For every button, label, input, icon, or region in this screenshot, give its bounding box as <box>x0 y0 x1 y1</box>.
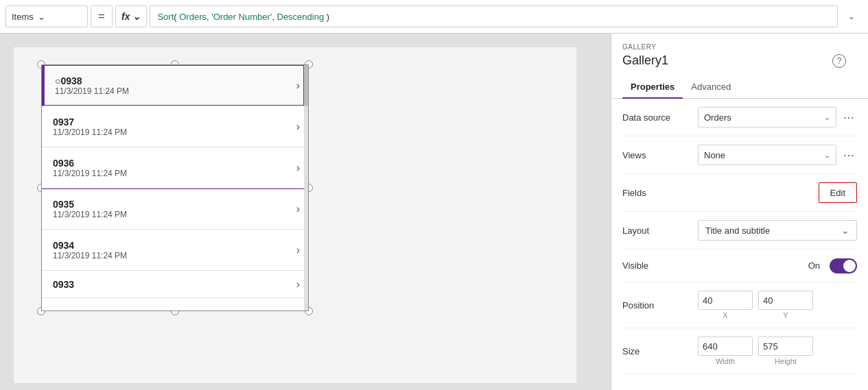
gallery-widget: ○0938 11/3/2019 11:24 PM › 0937 11/3/201… <box>41 64 309 311</box>
views-label: Views <box>622 150 698 160</box>
position-y-label: Y <box>758 311 813 319</box>
views-row: Views None ⌄ ⋯ <box>622 136 857 174</box>
layout-label: Layout <box>622 226 698 236</box>
data-source-more[interactable]: ⋯ <box>841 109 857 125</box>
position-label: Position <box>622 300 698 310</box>
equals-button[interactable]: = <box>91 5 113 27</box>
item-title-0938: ○0938 <box>55 75 129 86</box>
chevron-icon-0936: › <box>296 162 300 174</box>
size-control: Width Height <box>698 337 857 365</box>
gallery-container: ○0938 11/3/2019 11:24 PM › 0937 11/3/201… <box>41 64 309 311</box>
tab-properties[interactable]: Properties <box>622 76 683 99</box>
gallery-items: ○0938 11/3/2019 11:24 PM › 0937 11/3/201… <box>42 65 308 298</box>
visible-label: Visible <box>622 260 698 271</box>
position-x-input[interactable] <box>698 291 753 310</box>
item-title-0934: 0934 <box>53 240 127 251</box>
gallery-item-0933[interactable]: 0933 › <box>42 271 308 298</box>
gallery-scrollbar-thumb <box>304 65 308 106</box>
data-source-control: Orders ⌄ ⋯ <box>698 107 857 127</box>
fields-edit-button[interactable]: Edit <box>819 182 857 203</box>
canvas-area: ○0938 11/3/2019 11:24 PM › 0937 11/3/201… <box>0 34 611 390</box>
items-dropdown[interactable]: Items ⌄ <box>5 5 88 27</box>
formula-expand-button[interactable]: ⌄ <box>841 5 863 27</box>
item-subtitle-0936: 11/3/2019 11:24 PM <box>53 169 127 178</box>
data-source-row: Data source Orders ⌄ ⋯ <box>622 99 857 136</box>
visible-row: Visible On <box>622 249 857 282</box>
chevron-icon-0933: › <box>296 278 300 291</box>
item-subtitle-0937: 11/3/2019 11:24 PM <box>53 127 127 137</box>
gallery-item-0934[interactable]: 0934 11/3/2019 11:24 PM › <box>42 230 308 271</box>
formula-text: Sort( Orders, 'Order Number', Descending… <box>157 12 329 22</box>
position-row: Position X Y <box>622 282 857 328</box>
main-content: ○0938 11/3/2019 11:24 PM › 0937 11/3/201… <box>0 34 868 390</box>
data-source-label: Data source <box>622 112 698 123</box>
data-source-dropdown[interactable]: Orders ⌄ <box>698 107 836 127</box>
views-caret: ⌄ <box>824 151 830 160</box>
toggle-thumb <box>843 260 856 272</box>
chevron-icon-0938: › <box>296 80 300 92</box>
panel-header-row: GALLERY Gallery1 ? <box>622 43 857 68</box>
position-y-input[interactable] <box>758 291 813 310</box>
size-width-input[interactable] <box>698 337 753 356</box>
position-control: X Y <box>698 291 857 319</box>
gallery-item-0935[interactable]: 0935 11/3/2019 11:24 PM › <box>42 188 308 230</box>
gallery-item-0938[interactable]: ○0938 11/3/2019 11:24 PM › <box>42 65 308 106</box>
chevron-icon-0935: › <box>296 203 300 215</box>
data-source-caret: ⌄ <box>824 113 830 122</box>
size-label: Size <box>622 346 698 356</box>
fx-label: fx <box>121 11 130 22</box>
chevron-icon-0934: › <box>296 244 300 256</box>
chevron-icon-0937: › <box>296 121 300 133</box>
position-x-label: X <box>698 311 753 319</box>
item-title-0937: 0937 <box>53 117 127 127</box>
canvas-surface: ○0938 11/3/2019 11:24 PM › 0937 11/3/201… <box>14 47 576 383</box>
size-height-label: Height <box>758 357 813 365</box>
item-title-0935: 0935 <box>53 199 127 210</box>
layout-dropdown[interactable]: Title and subtitle ⌄ <box>698 220 857 241</box>
layout-caret: ⌄ <box>841 225 849 236</box>
panel-tabs: Properties Advanced <box>611 76 868 99</box>
gallery-scrollbar[interactable] <box>304 65 308 310</box>
gallery-name: Gallery1 <box>622 53 857 68</box>
size-height-group: Height <box>758 337 813 365</box>
item-subtitle-0938: 11/3/2019 11:24 PM <box>55 86 129 96</box>
visible-value: On <box>808 260 820 271</box>
items-chevron: ⌄ <box>38 12 45 22</box>
views-more[interactable]: ⋯ <box>841 147 857 163</box>
visible-toggle[interactable] <box>830 258 857 273</box>
top-bar: Items ⌄ = fx ⌄ Sort( Orders, 'Order Numb… <box>0 0 868 34</box>
size-height-input[interactable] <box>758 337 813 356</box>
panel-header: GALLERY Gallery1 ? <box>611 34 868 73</box>
gallery-type-label: GALLERY <box>622 43 857 51</box>
layout-row: Layout Title and subtitle ⌄ <box>622 212 857 249</box>
help-icon[interactable]: ? <box>832 54 846 68</box>
properties-content: Data source Orders ⌄ ⋯ Views None ⌄ <box>611 99 868 390</box>
size-row: Size Width Height <box>622 328 857 374</box>
position-x-group: X <box>698 291 753 319</box>
gallery-item-0936[interactable]: 0936 11/3/2019 11:24 PM › <box>42 147 308 188</box>
item-title-0936: 0936 <box>53 158 127 169</box>
items-label: Items <box>12 12 34 22</box>
views-control: None ⌄ ⋯ <box>698 145 857 165</box>
item-title-0933: 0933 <box>53 279 74 290</box>
fx-button[interactable]: fx ⌄ <box>115 5 147 27</box>
right-panel: GALLERY Gallery1 ? Properties Advanced D… <box>611 34 868 390</box>
layout-control: Title and subtitle ⌄ <box>698 220 857 241</box>
size-width-group: Width <box>698 337 753 365</box>
position-y-group: Y <box>758 291 813 319</box>
fields-control: Edit <box>698 182 857 203</box>
tab-advanced[interactable]: Advanced <box>683 76 739 99</box>
fields-row: Fields Edit <box>622 174 857 212</box>
fx-chevron: ⌄ <box>132 11 141 22</box>
item-subtitle-0935: 11/3/2019 11:24 PM <box>53 210 127 219</box>
item-subtitle-0934: 11/3/2019 11:24 PM <box>53 251 127 260</box>
gallery-item-0937[interactable]: 0937 11/3/2019 11:24 PM › <box>42 106 308 147</box>
views-dropdown[interactable]: None ⌄ <box>698 145 836 165</box>
formula-bar[interactable]: Sort( Orders, 'Order Number', Descending… <box>150 5 838 27</box>
visible-control: On <box>698 258 857 273</box>
fields-label: Fields <box>622 188 698 198</box>
size-width-label: Width <box>698 357 753 365</box>
